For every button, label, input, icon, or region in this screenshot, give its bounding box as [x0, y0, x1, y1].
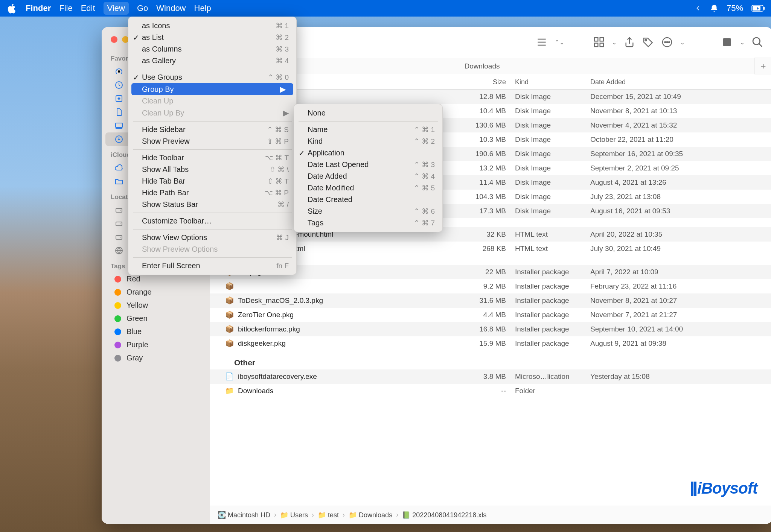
search-icon[interactable]	[751, 36, 763, 48]
tag-blue[interactable]: Blue	[105, 325, 206, 338]
view-mode-chevron[interactable]: ⌃⌄	[555, 39, 564, 46]
group-icon[interactable]	[593, 36, 605, 48]
menu-window[interactable]: Window	[156, 3, 186, 13]
menu-item-date-last-opened[interactable]: Date Last Opened⌃ ⌘ 3	[294, 159, 442, 170]
action-icon[interactable]	[661, 36, 673, 48]
menu-item-label: Date Modified	[308, 184, 354, 192]
new-tab-button[interactable]: +	[754, 57, 771, 75]
menu-item-as-list[interactable]: ✓as List⌘ 2	[128, 32, 296, 43]
exe-icon: 📄	[225, 372, 234, 381]
shortcut: ⌃ ⌘ 6	[414, 207, 435, 216]
tag-purple[interactable]: Purple	[105, 338, 206, 351]
file-kind: Disk Image	[515, 193, 590, 201]
file-kind: Disk Image	[515, 207, 590, 215]
file-size: 12.8 MB	[443, 93, 515, 101]
share-icon[interactable]	[623, 36, 635, 48]
menu-go[interactable]: Go	[137, 3, 148, 13]
menu-item-enter-full-screen[interactable]: Enter Full Screenfn F	[128, 260, 296, 272]
menu-item-hide-tab-bar[interactable]: Hide Tab Bar⇧ ⌘ T	[128, 175, 296, 187]
view-mode-icon[interactable]	[536, 36, 548, 48]
file-size: --	[443, 387, 515, 395]
shortcut: ⌘ 3	[276, 45, 289, 53]
apple-logo-icon[interactable]	[6, 2, 18, 14]
menu-help[interactable]: Help	[194, 3, 211, 13]
menu-item-hide-toolbar[interactable]: Hide Toolbar⌥ ⌘ T	[128, 152, 296, 164]
path-segment[interactable]: 📁 Downloads	[349, 511, 392, 519]
menu-item-as-columns[interactable]: as Columns⌘ 3	[128, 43, 296, 55]
group-chevron[interactable]: ⌄	[612, 39, 617, 46]
menu-item-application[interactable]: ✓Application	[294, 147, 442, 159]
menu-item-show-all-tabs[interactable]: Show All Tabs⇧ ⌘ \	[128, 164, 296, 175]
menu-item-label: Date Added	[308, 172, 347, 181]
preview-chevron[interactable]: ⌄	[740, 39, 745, 46]
svg-point-25	[664, 42, 666, 43]
menu-item-date-created[interactable]: Date Created	[294, 194, 442, 205]
close-button[interactable]	[111, 36, 117, 43]
tag-gray[interactable]: Gray	[105, 351, 206, 365]
menu-item-show-preview[interactable]: Show Preview⇧ ⌘ P	[128, 135, 296, 147]
file-size: 32 KB	[443, 230, 515, 239]
menu-item-as-icons[interactable]: as Icons⌘ 1	[128, 20, 296, 32]
svg-rect-28	[723, 38, 731, 46]
col-size[interactable]: Size	[443, 78, 515, 86]
file-row[interactable]: 📦diskgeeker.pkg15.9 MBInstaller packageA…	[210, 336, 771, 351]
tag-orange[interactable]: Orange	[105, 286, 206, 299]
menu-item-as-gallery[interactable]: as Gallery⌘ 4	[128, 55, 296, 67]
control-center-icon[interactable]	[694, 5, 702, 12]
file-name: bitlockerformac.pkg	[238, 325, 300, 333]
file-row[interactable]: 📦9.2 MBInstaller packageFebruary 23, 202…	[210, 279, 771, 293]
battery-icon	[751, 5, 765, 12]
app-name[interactable]: Finder	[26, 3, 51, 13]
path-segment[interactable]: 📁 test	[318, 511, 339, 519]
menu-item-customize-toolbar-[interactable]: Customize Toolbar…	[128, 215, 296, 227]
menu-item-label: Show Preview Options	[142, 245, 218, 254]
menu-item-show-view-options[interactable]: Show View Options⌘ J	[128, 232, 296, 243]
tags-icon[interactable]	[642, 36, 654, 48]
file-row[interactable]: 📁Downloads--Folder	[210, 384, 771, 398]
file-date: November 4, 2021 at 15:32	[590, 121, 771, 129]
menu-item-size[interactable]: Size⌃ ⌘ 6	[294, 205, 442, 217]
tag-label: Green	[126, 314, 148, 323]
menu-item-use-groups[interactable]: ✓Use Groups⌃ ⌘ 0	[128, 71, 296, 83]
file-row[interactable]: 📄iboysoftdatarecovery.exe3.8 MBMicroso…l…	[210, 369, 771, 384]
menu-item-tags[interactable]: Tags⌃ ⌘ 7	[294, 217, 442, 229]
shortcut: ⌃ ⌘ 3	[414, 160, 435, 169]
file-date: Yesterday at 15:08	[590, 372, 771, 381]
shortcut: ⇧ ⌘ T	[267, 177, 289, 185]
menu-item-none[interactable]: None	[294, 107, 442, 119]
menu-item-hide-sidebar[interactable]: Hide Sidebar⌃ ⌘ S	[128, 124, 296, 135]
file-date: July 23, 2021 at 13:08	[590, 193, 771, 201]
notification-icon[interactable]	[710, 4, 718, 12]
path-segment[interactable]: 📁 Users	[280, 511, 308, 519]
menu-file[interactable]: File	[59, 3, 72, 13]
menu-item-date-added[interactable]: Date Added⌃ ⌘ 4	[294, 170, 442, 182]
file-size: 31.6 MB	[443, 296, 515, 305]
svg-point-29	[753, 38, 760, 45]
menu-item-group-by[interactable]: Group By▶	[131, 83, 293, 95]
tag-green[interactable]: Green	[105, 312, 206, 325]
menu-item-kind[interactable]: Kind⌃ ⌘ 2	[294, 135, 442, 147]
file-row[interactable]: 📦ToDesk_macOS_2.0.3.pkg31.6 MBInstaller …	[210, 293, 771, 308]
menu-item-hide-path-bar[interactable]: Hide Path Bar⌥ ⌘ P	[128, 187, 296, 199]
path-bar: 💽 Macintosh HD›📁 Users›📁 test›📁 Download…	[210, 506, 771, 524]
file-kind: Installer package	[515, 268, 590, 276]
menu-view[interactable]: View	[104, 2, 129, 15]
file-row[interactable]: 📦bitlockerformac.pkg16.8 MBInstaller pac…	[210, 322, 771, 336]
preview-icon[interactable]	[721, 36, 733, 48]
file-row[interactable]: 📦ZeroTier One.pkg4.4 MBInstaller package…	[210, 308, 771, 322]
menu-edit[interactable]: Edit	[81, 3, 95, 13]
tag-yellow[interactable]: Yellow	[105, 299, 206, 312]
menu-item-show-status-bar[interactable]: Show Status Bar⌘ /	[128, 199, 296, 210]
col-kind[interactable]: Kind	[515, 78, 590, 86]
shortcut: ⌃ ⌘ 4	[414, 172, 435, 181]
svg-rect-19	[594, 38, 598, 41]
action-chevron[interactable]: ⌄	[680, 39, 685, 46]
menu-item-date-modified[interactable]: Date Modified⌃ ⌘ 5	[294, 182, 442, 194]
svg-rect-21	[594, 43, 598, 47]
file-kind: Folder	[515, 387, 590, 395]
menu-item-name[interactable]: Name⌃ ⌘ 1	[294, 124, 442, 135]
path-segment[interactable]: 📗 20220408041942218.xls	[402, 511, 486, 519]
col-date[interactable]: Date Added	[590, 78, 771, 86]
menu-item-label: Hide Path Bar	[142, 188, 189, 197]
path-segment[interactable]: 💽 Macintosh HD	[218, 511, 270, 519]
